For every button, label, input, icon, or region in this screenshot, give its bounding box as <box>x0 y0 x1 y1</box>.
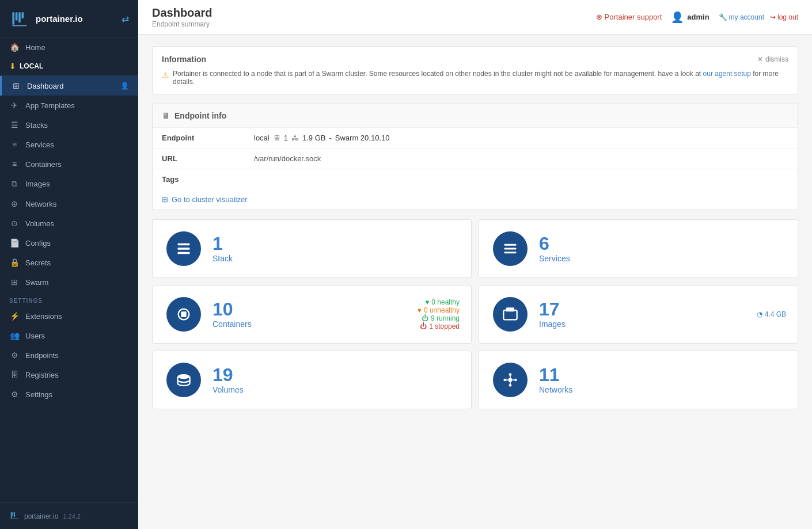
stopped-icon: ⏻ <box>420 322 427 330</box>
info-banner-header: Information ✕ dismiss <box>162 55 788 64</box>
settings-section-label: SETTINGS <box>0 292 138 306</box>
sidebar-item-app-templates[interactable]: ✈ App Templates <box>0 96 138 115</box>
stat-detail-stopped: ⏻ 1 stopped <box>418 322 460 330</box>
user-icon: 👤 <box>671 11 684 24</box>
stat-label-stacks: Stack <box>213 254 233 263</box>
svg-point-19 <box>178 374 190 379</box>
footer-version: 1.24.2 <box>63 513 81 520</box>
footer-app-name: portainer.io <box>24 512 58 520</box>
sidebar-item-images[interactable]: ⧉ Images <box>0 174 138 194</box>
user-links: 🔧 my account ↪ log out <box>719 13 798 21</box>
users-icon: 👥 <box>9 331 20 340</box>
sidebar-logo[interactable]: portainer.io ⇄ <box>0 0 138 37</box>
sidebar-item-containers[interactable]: ≡ Containers <box>0 154 138 174</box>
cluster-visualizer-link[interactable]: ⊞ Go to cluster visualizer <box>153 189 798 210</box>
sidebar-item-swarm[interactable]: ⊞ Swarm <box>0 272 138 292</box>
stat-details-containers: ♥ 0 healthy ♥ 0 unhealthy ⏻ 9 running ⏻ … <box>418 298 460 330</box>
app-templates-icon: ✈ <box>9 101 20 110</box>
stats-grid: 1 Stack 6 Services 10 Containers ♥ 0 hea… <box>152 219 798 409</box>
svg-rect-1 <box>16 12 18 20</box>
home-icon: 🏠 <box>9 43 20 52</box>
dashboard-badge-icon: 👤 <box>120 82 129 90</box>
endpoint-table: Endpoint local 🖥 1 🖧 1.9 GB - Swarm 20.1… <box>153 128 798 189</box>
stat-icon-stacks <box>166 231 201 266</box>
svg-rect-17 <box>503 310 517 319</box>
stat-label-containers: Containers <box>213 319 252 329</box>
svg-rect-13 <box>504 248 517 250</box>
topbar: Dashboard Endpoint summary ⊗ Portainer s… <box>138 0 812 35</box>
stat-card-services[interactable]: 6 Services <box>479 219 798 278</box>
sidebar-item-stacks[interactable]: ☰ Stacks <box>0 115 138 135</box>
stat-card-images[interactable]: 17 Images ◔ 4.4 GB <box>479 285 798 344</box>
stat-card-stacks[interactable]: 1 Stack <box>152 219 472 278</box>
sidebar-toggle-icon[interactable]: ⇄ <box>122 13 129 24</box>
sidebar-item-services[interactable]: ≡ Services <box>0 135 138 154</box>
main-content: Dashboard Endpoint summary ⊗ Portainer s… <box>138 0 812 529</box>
endpoint-key: Endpoint <box>153 128 245 149</box>
info-title: Information <box>162 55 206 64</box>
dismiss-button[interactable]: ✕ dismiss <box>757 55 788 63</box>
stat-card-volumes[interactable]: 19 Volumes <box>152 351 472 409</box>
svg-rect-3 <box>22 12 24 18</box>
sidebar-item-dashboard[interactable]: ⊞ Dashboard 👤 <box>0 76 138 96</box>
app-name: portainer.io <box>36 14 83 24</box>
url-row: URL /var/run/docker.sock <box>153 149 798 169</box>
settings-icon: ⚙ <box>9 390 20 399</box>
sidebar-item-home[interactable]: 🏠 Home <box>0 37 138 57</box>
stat-number-volumes: 19 <box>213 366 244 384</box>
stat-icon-containers <box>166 297 201 332</box>
stat-info-images: 17 Images <box>539 300 566 329</box>
stat-label-services: Services <box>539 254 570 263</box>
stat-card-networks[interactable]: 11 Networks <box>479 351 798 409</box>
log-out-link[interactable]: ↪ log out <box>770 13 798 21</box>
user-section: 👤 admin <box>671 11 709 24</box>
sidebar-item-secrets[interactable]: 🔒 Secrets <box>0 253 138 272</box>
endpoint-info-header: 🖥 Endpoint info <box>153 104 798 128</box>
stat-icon-images <box>493 297 528 332</box>
my-account-link[interactable]: 🔧 my account <box>719 13 764 21</box>
containers-icon: ≡ <box>9 159 20 169</box>
sidebar-item-users[interactable]: 👥 Users <box>0 326 138 345</box>
sidebar-item-settings[interactable]: ⚙ Settings <box>0 385 138 404</box>
sidebar-item-extensions[interactable]: ⚡ Extensions <box>0 306 138 326</box>
images-icon: ⧉ <box>9 179 20 189</box>
registries-icon: 🗄 <box>9 370 20 379</box>
stat-icon-services <box>493 231 528 266</box>
stat-detail-running: ⏻ 9 running <box>418 314 460 322</box>
endpoint-info-icon: 🖥 <box>162 111 170 120</box>
topbar-actions: ⊗ Portainer support 👤 admin 🔧 my account… <box>596 11 798 24</box>
sidebar-item-volumes[interactable]: ⊙ Volumes <box>0 214 138 233</box>
sidebar-item-networks[interactable]: ⊕ Networks <box>0 194 138 214</box>
svg-rect-9 <box>178 243 190 246</box>
support-link[interactable]: ⊗ Portainer support <box>596 13 662 21</box>
secrets-icon: 🔒 <box>9 258 20 267</box>
svg-rect-11 <box>178 252 190 254</box>
svg-point-22 <box>514 379 517 382</box>
sidebar-item-endpoints[interactable]: ⚙ Endpoints <box>0 345 138 365</box>
tags-value <box>245 169 798 190</box>
stat-card-containers[interactable]: 10 Containers ♥ 0 healthy ♥ 0 unhealthy … <box>152 285 472 344</box>
stat-detail-unhealthy: ♥ 0 unhealthy <box>418 306 460 314</box>
svg-rect-12 <box>504 244 517 246</box>
sidebar: portainer.io ⇄ 🏠 Home ⬇ LOCAL ⊞ Dashboar… <box>0 0 138 529</box>
page-title: Dashboard <box>152 6 212 20</box>
volumes-icon: ⊙ <box>9 219 20 228</box>
sidebar-item-configs[interactable]: 📄 Configs <box>0 233 138 253</box>
svg-rect-2 <box>18 12 21 22</box>
networks-icon: ⊕ <box>9 199 20 208</box>
stat-number-services: 6 <box>539 234 570 253</box>
stat-detail-size: ◔ 4.4 GB <box>757 310 786 318</box>
endpoint-info-title: Endpoint info <box>174 111 226 120</box>
sidebar-item-registries[interactable]: 🗄 Registries <box>0 365 138 385</box>
swarm-icon: ⊞ <box>9 277 20 287</box>
tags-key: Tags <box>153 169 245 190</box>
dismiss-x-icon: ✕ <box>757 55 763 63</box>
stat-info-volumes: 19 Volumes <box>213 366 244 394</box>
agent-setup-link[interactable]: our agent setup <box>703 70 751 78</box>
stacks-icon: ☰ <box>9 120 20 130</box>
svg-rect-10 <box>178 248 190 250</box>
info-banner: Information ✕ dismiss ⚠ Portainer is con… <box>152 46 798 94</box>
unhealthy-icon: ♥ <box>418 306 422 314</box>
stat-details-images: ◔ 4.4 GB <box>757 310 786 318</box>
sidebar-footer: portainer.io 1.24.2 <box>0 503 138 529</box>
